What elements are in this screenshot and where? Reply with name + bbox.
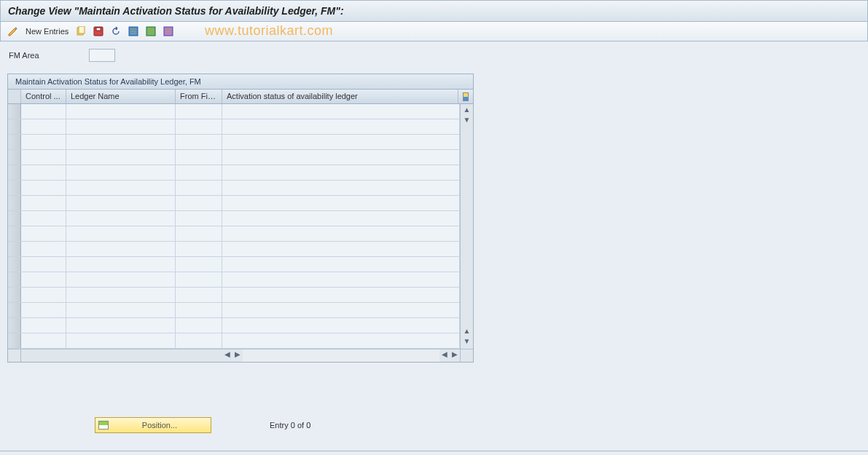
cell-control[interactable]	[21, 196, 66, 210]
cell-ledger-name[interactable]	[66, 150, 176, 165]
row-selector[interactable]	[8, 165, 21, 180]
cell-control[interactable]	[21, 272, 66, 287]
cell-activation-status[interactable]	[222, 318, 460, 333]
row-selector[interactable]	[8, 318, 21, 333]
cell-ledger-name[interactable]	[66, 165, 176, 180]
cell-control[interactable]	[21, 150, 66, 165]
cell-control[interactable]	[21, 318, 66, 333]
cell-control[interactable]	[21, 135, 66, 149]
cell-control[interactable]	[21, 211, 66, 226]
cell-activation-status[interactable]	[222, 196, 460, 210]
cell-from-fis[interactable]	[176, 104, 222, 119]
row-selector[interactable]	[8, 333, 21, 348]
position-button[interactable]: Position...	[95, 417, 211, 433]
cell-activation-status[interactable]	[222, 303, 460, 317]
copy-as-icon[interactable]	[74, 25, 87, 38]
change-display-toggle-icon[interactable]	[7, 25, 20, 38]
cell-ledger-name[interactable]	[66, 226, 176, 241]
cell-activation-status[interactable]	[222, 104, 460, 119]
row-selector-header[interactable]	[8, 90, 21, 103]
cell-control[interactable]	[21, 104, 66, 119]
cell-ledger-name[interactable]	[66, 196, 176, 210]
row-selector[interactable]	[8, 257, 21, 272]
cell-from-fis[interactable]	[176, 272, 222, 287]
cell-activation-status[interactable]	[222, 226, 460, 241]
cell-from-fis[interactable]	[176, 181, 222, 195]
cell-ledger-name[interactable]	[66, 135, 176, 149]
deselect-all-icon[interactable]	[162, 25, 175, 38]
cell-ledger-name[interactable]	[66, 242, 176, 256]
cell-from-fis[interactable]	[176, 242, 222, 256]
column-header-ledger-name[interactable]: Ledger Name	[66, 90, 176, 103]
fm-area-input[interactable]	[89, 49, 115, 62]
cell-control[interactable]	[21, 119, 66, 134]
cell-from-fis[interactable]	[176, 150, 222, 165]
cell-control[interactable]	[21, 181, 66, 195]
cell-ledger-name[interactable]	[66, 303, 176, 317]
cell-ledger-name[interactable]	[66, 333, 176, 348]
cell-ledger-name[interactable]	[66, 318, 176, 333]
scroll-left-end-arrow-icon[interactable]: ◀	[439, 350, 450, 360]
row-selector[interactable]	[8, 211, 21, 226]
row-selector[interactable]	[8, 150, 21, 165]
cell-from-fis[interactable]	[176, 226, 222, 241]
cell-control[interactable]	[21, 303, 66, 317]
scroll-right-arrow-icon[interactable]: ▶	[232, 350, 243, 360]
cell-ledger-name[interactable]	[66, 288, 176, 302]
undo-change-icon[interactable]	[109, 25, 122, 38]
scroll-up-small-arrow-icon[interactable]: ▲	[462, 327, 472, 337]
cell-from-fis[interactable]	[176, 288, 222, 302]
row-selector[interactable]	[8, 104, 21, 119]
cell-ledger-name[interactable]	[66, 119, 176, 134]
column-header-control[interactable]: Control ...	[21, 90, 66, 103]
cell-control[interactable]	[21, 288, 66, 302]
row-selector[interactable]	[8, 196, 21, 210]
cell-from-fis[interactable]	[176, 165, 222, 180]
cell-from-fis[interactable]	[176, 135, 222, 149]
cell-activation-status[interactable]	[222, 333, 460, 348]
cell-ledger-name[interactable]	[66, 104, 176, 119]
cell-activation-status[interactable]	[222, 288, 460, 302]
row-selector[interactable]	[8, 226, 21, 241]
cell-activation-status[interactable]	[222, 119, 460, 134]
cell-control[interactable]	[21, 226, 66, 241]
row-selector[interactable]	[8, 135, 21, 149]
cell-activation-status[interactable]	[222, 150, 460, 165]
select-all-icon[interactable]	[127, 25, 140, 38]
horizontal-scrollbar[interactable]: ◀ ▶ ◀ ▶	[8, 349, 473, 362]
cell-control[interactable]	[21, 165, 66, 180]
row-selector[interactable]	[8, 272, 21, 287]
cell-control[interactable]	[21, 333, 66, 348]
select-block-icon[interactable]	[144, 25, 157, 38]
cell-from-fis[interactable]	[176, 303, 222, 317]
row-selector[interactable]	[8, 181, 21, 195]
cell-from-fis[interactable]	[176, 211, 222, 226]
scroll-down-small-arrow-icon[interactable]: ▼	[462, 116, 472, 126]
row-selector[interactable]	[8, 119, 21, 134]
cell-control[interactable]	[21, 242, 66, 256]
scroll-up-arrow-icon[interactable]: ▲	[462, 106, 472, 116]
cell-from-fis[interactable]	[176, 196, 222, 210]
row-selector[interactable]	[8, 288, 21, 302]
cell-from-fis[interactable]	[176, 333, 222, 348]
cell-from-fis[interactable]	[176, 257, 222, 272]
column-header-from-fis[interactable]: From Fis...	[176, 90, 222, 103]
cell-activation-status[interactable]	[222, 165, 460, 180]
column-header-activation-status[interactable]: Activation status of availability ledger	[222, 90, 458, 103]
cell-activation-status[interactable]	[222, 181, 460, 195]
vertical-scrollbar[interactable]: ▲ ▼ ▲ ▼	[460, 104, 473, 349]
row-selector[interactable]	[8, 303, 21, 317]
delete-icon[interactable]	[92, 25, 105, 38]
cell-ledger-name[interactable]	[66, 181, 176, 195]
cell-activation-status[interactable]	[222, 272, 460, 287]
cell-activation-status[interactable]	[222, 135, 460, 149]
cell-control[interactable]	[21, 257, 66, 272]
cell-activation-status[interactable]	[222, 211, 460, 226]
cell-ledger-name[interactable]	[66, 272, 176, 287]
cell-activation-status[interactable]	[222, 242, 460, 256]
row-selector[interactable]	[8, 242, 21, 256]
cell-ledger-name[interactable]	[66, 211, 176, 226]
new-entries-button[interactable]: New Entries	[24, 27, 70, 36]
scroll-down-arrow-icon[interactable]: ▼	[462, 337, 472, 347]
scroll-left-arrow-icon[interactable]: ◀	[222, 350, 232, 360]
